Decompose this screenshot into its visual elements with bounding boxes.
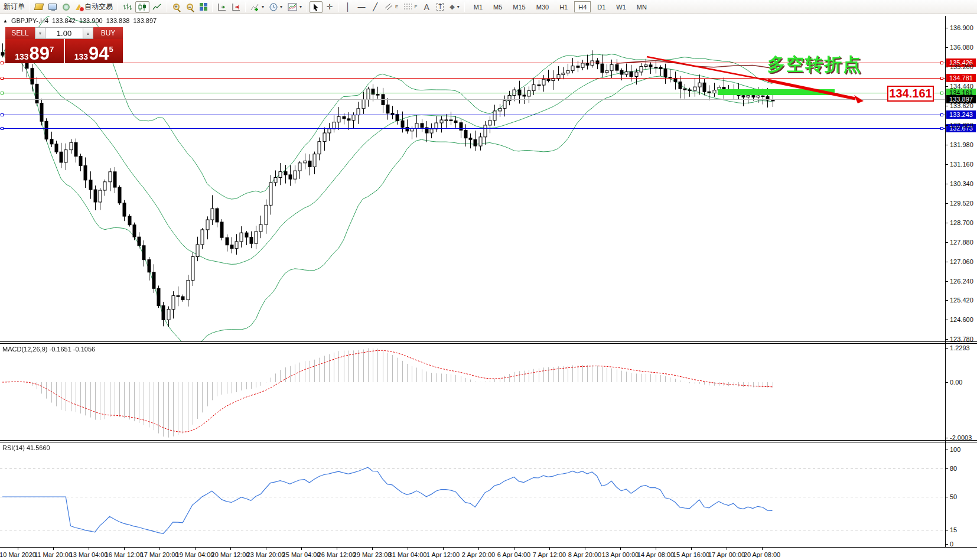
timeframe-button-M1[interactable]: M1 [470, 1, 487, 12]
sell-price-figure: 133 [15, 53, 28, 61]
support-highlight-bar[interactable] [718, 89, 835, 95]
text-label-tool-button[interactable]: T [434, 1, 447, 13]
turning-point-annotation[interactable]: 多空转折点 [767, 53, 862, 77]
timeframe-button-M15[interactable]: M15 [509, 1, 529, 12]
zoom-in-button[interactable]: + [170, 1, 183, 13]
arrows-tool-button[interactable]: ◆ ▾ [447, 1, 461, 13]
market-watch-button[interactable] [32, 1, 45, 13]
line-anchor[interactable] [1, 77, 4, 80]
panel-separator[interactable] [0, 343, 977, 344]
timeframe-button-MN[interactable]: MN [633, 1, 651, 12]
horizontal-level-line[interactable] [0, 78, 945, 79]
horizontal-level-line[interactable] [0, 115, 945, 115]
dropdown-caret-icon: ▾ [280, 4, 282, 9]
cursor-tool-button[interactable] [310, 1, 323, 13]
line-anchor[interactable] [1, 113, 4, 116]
line-anchor[interactable] [940, 61, 943, 64]
time-tick [301, 548, 302, 550]
macd-canvas[interactable] [0, 344, 945, 440]
horizontal-line-tool-button[interactable]: — [355, 1, 368, 13]
crosshair-tool-button[interactable]: ✛ [323, 1, 336, 13]
buy-price-button[interactable]: 133 94 5 [65, 39, 123, 63]
price-tick [945, 125, 948, 126]
time-axis[interactable]: 10 Mar 202011 Mar 20:0013 Mar 04:0016 Ma… [0, 548, 977, 560]
indicators-button[interactable]: ▾ [248, 1, 266, 13]
text-tool-button[interactable]: A [420, 1, 433, 13]
candlestick-chart-button[interactable] [135, 1, 149, 13]
time-tick [195, 548, 196, 550]
panel-separator[interactable] [0, 442, 977, 442]
price-tick-label: 136.080 [950, 44, 973, 51]
timeframe-button-H4[interactable]: H4 [574, 1, 591, 12]
toolbar-separator [307, 2, 307, 12]
symbol-ohlc-bar: ▲ GBPJPY-,H4 133.842 133.900 133.838 133… [3, 17, 157, 24]
timeframe-button-H1[interactable]: H1 [555, 1, 572, 12]
time-tick [514, 548, 514, 550]
price-tick-label: 134.440 [950, 83, 973, 90]
timeframe-button-W1[interactable]: W1 [612, 1, 630, 12]
volume-decrease-button[interactable]: ▼ [35, 27, 45, 39]
line-chart-icon [152, 3, 162, 11]
bar-chart-button[interactable] [121, 1, 135, 13]
navigator-button[interactable] [60, 1, 73, 13]
timeframe-button-M5[interactable]: M5 [489, 1, 506, 12]
tile-windows-button[interactable] [197, 1, 210, 13]
timeframe-button-D1[interactable]: D1 [593, 1, 610, 12]
panel-separator[interactable] [0, 341, 977, 342]
zoom-out-button[interactable]: − [183, 1, 196, 13]
fibonacci-icon [403, 3, 412, 11]
price-tick [945, 145, 948, 145]
price-level-flag[interactable]: 134.161 [887, 86, 934, 102]
zoom-in-icon: + [173, 4, 180, 10]
trendline-tool-button[interactable]: ╱ [369, 1, 382, 13]
line-anchor[interactable] [1, 61, 4, 64]
line-anchor[interactable] [940, 127, 943, 130]
new-order-label: 新订单 [4, 2, 25, 12]
macd-tick [945, 438, 948, 438]
time-tick [549, 548, 550, 550]
line-chart-button[interactable] [150, 1, 164, 13]
sell-price-button[interactable]: 133 89 7 [5, 39, 64, 63]
new-order-button[interactable]: 新订单 [1, 1, 27, 13]
rsi-axis-label: 80 [950, 465, 957, 472]
auto-scroll-button[interactable] [215, 1, 229, 13]
time-tick [585, 548, 585, 550]
fibonacci-tool-button[interactable]: F [401, 1, 419, 13]
macd-label: MACD(12,26,9) -0.1651 -0.1056 [2, 346, 95, 353]
horizontal-level-line[interactable] [0, 99, 945, 100]
data-window-button[interactable] [46, 1, 59, 13]
line-anchor[interactable] [1, 127, 4, 130]
rsi-tick [945, 544, 948, 545]
volume-input[interactable]: 1.00 [45, 27, 83, 39]
toolbar-separator [212, 2, 213, 12]
line-anchor[interactable] [940, 92, 943, 95]
time-tick [337, 548, 337, 550]
mt4-terminal: 新订单 自动交易 + − ▾ ▾ [0, 0, 977, 560]
time-axis-label: 13 Mar 04:00 [70, 551, 108, 558]
chart-shift-button[interactable] [229, 1, 243, 13]
price-tick-label: 130.340 [950, 180, 973, 187]
timeframe-button-M30[interactable]: M30 [532, 1, 553, 12]
time-axis-label: 7 Apr 12:00 [533, 551, 566, 558]
collapse-ohlc-toggle[interactable]: ▲ [3, 18, 8, 24]
channel-tool-button[interactable]: E [382, 1, 400, 13]
line-anchor[interactable] [1, 92, 4, 95]
zoom-out-icon: − [187, 4, 193, 10]
auto-trading-button[interactable]: 自动交易 [73, 1, 115, 13]
line-anchor[interactable] [940, 113, 943, 116]
vertical-line-tool-button[interactable]: │ [341, 1, 354, 13]
time-tick [443, 548, 444, 550]
time-axis-label: 20 Mar 12:00 [211, 551, 250, 558]
panel-separator[interactable] [0, 440, 977, 441]
volume-increase-button[interactable]: ▲ [83, 27, 93, 39]
horizontal-level-line[interactable] [0, 128, 945, 129]
time-axis-label: 14 Apr 08:00 [637, 551, 674, 558]
price-tick-label: 135.260 [950, 63, 973, 70]
buy-button[interactable]: BUY [93, 27, 123, 39]
periods-button[interactable]: ▾ [267, 1, 285, 13]
templates-button[interactable]: ▾ [285, 1, 304, 13]
rsi-tick [945, 450, 948, 450]
rsi-canvas[interactable] [0, 442, 945, 546]
line-anchor[interactable] [940, 77, 943, 80]
sell-button[interactable]: SELL [5, 27, 35, 39]
